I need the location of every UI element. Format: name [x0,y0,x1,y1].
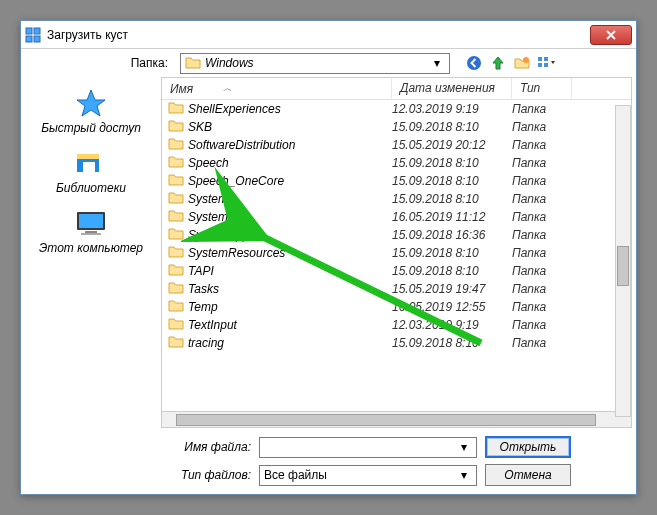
bottom-panel: Имя файла: ▾ Открыть Тип файлов: Все фай… [21,428,636,494]
table-row[interactable]: Speech_OneCore15.09.2018 8:10Папка [162,172,631,190]
folder-dropdown[interactable]: Windows ▾ [180,53,450,74]
table-row[interactable]: tracing15.09.2018 8:10Папка [162,334,631,352]
place-quick-access[interactable]: Быстрый доступ [41,87,141,135]
titlebar: Загрузить куст [21,21,636,49]
list-body[interactable]: ShellExperiences12.03.2019 9:19ПапкаSKB1… [162,100,631,411]
svg-rect-0 [26,28,32,34]
monitor-icon [73,207,109,239]
folder-icon [168,155,184,172]
column-date[interactable]: Дата изменения [392,78,512,99]
folder-icon [168,263,184,280]
table-row[interactable]: SystemApps15.09.2018 16:36Папка [162,226,631,244]
table-row[interactable]: SoftwareDistribution15.05.2019 20:12Папк… [162,136,631,154]
file-listing: Имя︿ Дата изменения Тип ShellExperiences… [161,77,632,428]
table-row[interactable]: Tasks15.05.2019 19:47Папка [162,280,631,298]
file-name: System32 [188,210,241,224]
file-type: Папка [512,174,572,188]
file-name: Temp [188,300,218,314]
sort-indicator-icon: ︿ [223,82,232,95]
folder-icon [168,119,184,136]
file-type: Папка [512,192,572,206]
horizontal-scrollbar[interactable] [162,411,631,427]
back-icon[interactable] [464,53,484,73]
svg-rect-3 [34,36,40,42]
file-type: Папка [512,300,572,314]
place-label: Библиотеки [56,181,126,195]
file-name: ShellExperiences [188,102,281,116]
svg-rect-14 [79,214,103,228]
file-type: Папка [512,156,572,170]
file-type: Папка [512,336,572,350]
table-row[interactable]: SystemResources15.09.2018 8:10Папка [162,244,631,262]
file-name: Speech_OneCore [188,174,284,188]
up-icon[interactable] [488,53,508,73]
file-date: 15.09.2018 16:36 [392,228,512,242]
vertical-scrollbar[interactable] [615,105,631,417]
folder-icon [168,137,184,154]
file-type: Папка [512,102,572,116]
scrollbar-thumb[interactable] [617,246,629,286]
place-libraries[interactable]: Библиотеки [56,147,126,195]
libraries-icon [73,147,109,179]
table-row[interactable]: SKB15.09.2018 8:10Папка [162,118,631,136]
file-type: Папка [512,318,572,332]
file-type: Папка [512,246,572,260]
place-this-pc[interactable]: Этот компьютер [39,207,143,255]
folder-label: Папка: [29,56,174,70]
file-name: System [188,192,228,206]
file-date: 15.09.2018 8:10 [392,120,512,134]
filename-label: Имя файла: [29,440,251,454]
window-title: Загрузить куст [47,28,590,42]
svg-point-4 [467,56,481,70]
table-row[interactable]: TextInput12.03.2019 9:19Папка [162,316,631,334]
folder-icon [168,245,184,262]
file-type: Папка [512,228,572,242]
filetype-dropdown[interactable]: Все файлы ▾ [259,465,477,486]
close-button[interactable] [590,25,632,45]
filename-input[interactable]: ▾ [259,437,477,458]
file-type: Папка [512,210,572,224]
file-date: 15.05.2019 20:12 [392,138,512,152]
table-row[interactable]: System15.09.2018 8:10Папка [162,190,631,208]
view-menu-icon[interactable] [536,53,556,73]
folder-icon [168,335,184,352]
file-name: SystemApps [188,228,255,242]
chevron-down-icon: ▾ [456,440,472,454]
folder-name: Windows [205,56,429,70]
file-date: 16.05.2019 11:12 [392,210,512,224]
file-name: TAPI [188,264,214,278]
folder-icon [168,281,184,298]
file-date: 15.09.2018 8:10 [392,192,512,206]
svg-point-5 [523,57,529,63]
folder-icon [168,299,184,316]
table-row[interactable]: TAPI15.09.2018 8:10Папка [162,262,631,280]
folder-icon [168,209,184,226]
column-name[interactable]: Имя︿ [162,78,392,99]
open-button[interactable]: Открыть [485,436,571,458]
file-date: 16.05.2019 12:55 [392,300,512,314]
svg-rect-1 [34,28,40,34]
file-name: Speech [188,156,229,170]
cancel-button[interactable]: Отмена [485,464,571,486]
scrollbar-thumb[interactable] [176,414,596,426]
svg-rect-6 [538,57,542,61]
table-row[interactable]: Temp16.05.2019 12:55Папка [162,298,631,316]
file-type: Папка [512,120,572,134]
svg-rect-2 [26,36,32,42]
table-row[interactable]: Speech15.09.2018 8:10Папка [162,154,631,172]
column-type[interactable]: Тип [512,78,572,99]
table-row[interactable]: System3216.05.2019 11:12Папка [162,208,631,226]
svg-rect-15 [85,231,97,233]
folder-icon [185,55,201,71]
file-date: 12.03.2019 9:19 [392,318,512,332]
folder-icon [168,227,184,244]
new-folder-icon[interactable] [512,53,532,73]
body-area: Быстрый доступ Библиотеки Этот компьютер… [21,77,636,428]
svg-rect-7 [544,57,548,61]
file-name: tracing [188,336,224,350]
file-date: 15.09.2018 8:10 [392,174,512,188]
file-date: 15.09.2018 8:10 [392,156,512,170]
table-row[interactable]: ShellExperiences12.03.2019 9:19Папка [162,100,631,118]
svg-rect-8 [538,63,542,67]
file-name: Tasks [188,282,219,296]
